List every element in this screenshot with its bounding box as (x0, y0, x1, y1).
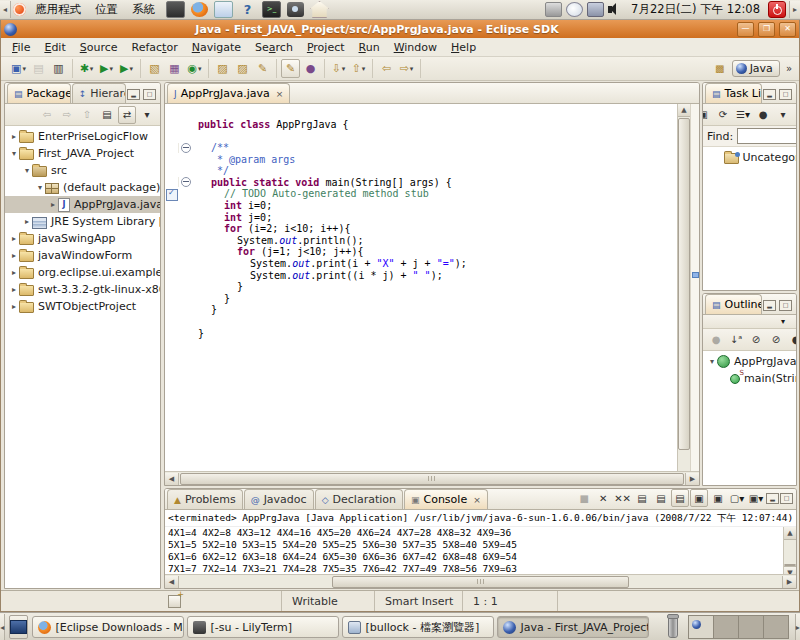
open-type-button[interactable]: ▨ (213, 59, 232, 78)
workspace-4[interactable] (764, 616, 788, 638)
code-line[interactable] (165, 130, 677, 142)
clock[interactable]: 7月22日(二) 下午 12:08 (625, 2, 766, 17)
last-edit-location-button[interactable]: ⇩▾ (329, 59, 348, 78)
code-line[interactable]: int i=0; (165, 200, 677, 212)
mark-occurrences-button[interactable]: ✎ (281, 59, 300, 78)
code-line[interactable]: System.out.print((i * j) + " "); (165, 269, 677, 281)
menu-project[interactable]: Project (300, 41, 352, 54)
project-item-org-eclipse-ui-examples-javaedit[interactable]: ▸org.eclipse.ui.examples.javaedit (5, 264, 160, 281)
maximize-button[interactable]: ❒ (758, 22, 775, 37)
tasklist-tab-task-list[interactable]: ▤Task List× (705, 83, 762, 103)
fold-collapse-icon[interactable] (181, 177, 191, 187)
editor-horizontal-scrollbar[interactable]: ◀ ▶ (165, 471, 699, 485)
run-external-tools-button[interactable]: ▶▾ (117, 59, 136, 78)
editor-hscroll-thumb[interactable] (180, 473, 684, 485)
editor-vscroll-thumb[interactable] (678, 118, 690, 450)
scroll-right-icon[interactable]: ▶ (685, 473, 699, 485)
title-bar[interactable]: Java - First_JAVA_Project/src/AppPrgJava… (1, 20, 799, 38)
minimize-view-icon[interactable]: ▂ (766, 493, 779, 504)
maximize-view-icon[interactable]: □ (143, 89, 156, 100)
code-line[interactable]: public class AppPrgJava { (165, 119, 677, 131)
new-wizard-button[interactable]: ▣▾ (9, 59, 28, 78)
project-item-src[interactable]: ▾src (5, 162, 160, 179)
search-tray-icon[interactable] (566, 2, 583, 17)
maximize-view-icon[interactable]: □ (780, 493, 793, 504)
home-icon[interactable] (310, 1, 329, 18)
menu-window[interactable]: Window (387, 41, 444, 54)
camera-icon[interactable] (287, 2, 304, 17)
project-item-swtobjectproject[interactable]: ▸SWTObjectProject (5, 298, 160, 315)
help-icon[interactable]: ? (239, 2, 256, 17)
code-line[interactable]: System.out.println(); (165, 235, 677, 247)
taskbar-window-filemgr[interactable]: [bullock - 檔案瀏覽器] (342, 616, 494, 638)
volume-icon[interactable] (607, 3, 623, 16)
project-item-swt-3-3-2-gtk-linux-x86[interactable]: ▸swt-3.3.2-gtk-linux-x86 (5, 281, 160, 298)
bottom-panel-hide-right-icon[interactable]: ▸ (795, 614, 800, 640)
console-hscroll-thumb[interactable] (332, 576, 629, 588)
remove-launch-button[interactable]: ✕ (594, 489, 612, 507)
open-resource-button[interactable]: ▨ (233, 59, 252, 78)
forward-button[interactable]: ⇨▾ (397, 59, 416, 78)
power-button[interactable] (768, 1, 786, 18)
display-selected-button[interactable]: ▢▾ (728, 489, 746, 507)
open-console-view-button[interactable]: ▣ (709, 489, 727, 507)
new-class-button[interactable]: ◉▾ (185, 59, 204, 78)
print-button[interactable]: ▥ (49, 59, 68, 78)
code-line[interactable]: public static void main(String[] args) { (165, 177, 677, 189)
gnome-menu-系統[interactable]: 系統 (125, 0, 162, 19)
expand-arrow-icon[interactable]: ▸ (9, 132, 19, 141)
hide-static-button[interactable]: ⊘ (767, 331, 785, 349)
expand-arrow-icon[interactable]: ▸ (9, 285, 19, 294)
maximize-view-icon[interactable]: □ (779, 300, 792, 311)
printer-tray-icon[interactable] (545, 2, 562, 17)
sort-button[interactable]: ↓ᵃ (727, 331, 745, 349)
go-up-button[interactable]: ⇧▾ (349, 59, 368, 78)
dropdown-arrow-icon[interactable]: ▾ (198, 65, 202, 73)
workspace-3[interactable] (739, 616, 764, 638)
network-tray-icon[interactable] (587, 2, 604, 17)
link-with-editor-button[interactable]: ⇄ (118, 106, 136, 124)
firefox-icon[interactable] (191, 2, 208, 17)
code-line[interactable]: int j=0; (165, 211, 677, 223)
expand-arrow-icon[interactable]: ▸ (48, 200, 58, 209)
toolbar-overflow-chevron[interactable]: » (783, 63, 795, 74)
expand-arrow-icon[interactable]: ▸ (9, 251, 19, 260)
code-line[interactable]: System.out.print(i + "X" + j + "="); (165, 258, 677, 270)
menu-file[interactable]: File (5, 41, 37, 54)
close-button[interactable]: ✕ (779, 22, 796, 37)
open-console-button[interactable]: ▣▾ (747, 489, 765, 507)
package-tab-hierarch[interactable]: ↕Hierarch (72, 83, 126, 103)
project-item-javaswingapp[interactable]: ▸javaSwingApp (5, 230, 160, 247)
project-item-appprgjava-java[interactable]: ▸AppPrgJava.java (5, 196, 160, 213)
close-tab-icon[interactable]: × (276, 89, 284, 99)
show-desktop-button[interactable] (9, 615, 28, 639)
package-tab-package[interactable]: ▤Package× (7, 83, 71, 103)
search-button[interactable]: ✎ (253, 59, 272, 78)
menu-edit[interactable]: Edit (37, 41, 72, 54)
view-menu-button[interactable]: ▾ (774, 106, 792, 124)
console-tab-declaration[interactable]: ◇Declaration (315, 489, 403, 509)
code-line[interactable]: * @param args (165, 153, 677, 165)
taskbar-window-firefox[interactable]: [Eclipse Downloads - Mozilla Fi... (32, 616, 184, 638)
back-button[interactable]: ⇦ (377, 59, 396, 78)
new-task-button[interactable]: ▣ (702, 106, 712, 124)
console-scroll-up-icon[interactable]: ▲ (784, 527, 796, 540)
console-tab-problems[interactable]: ▲Problems (167, 489, 243, 509)
console-tab-console[interactable]: ▣Console× (404, 489, 488, 509)
hide-fields-button[interactable]: ⊘ (747, 331, 765, 349)
console-scroll-left-icon[interactable]: ◀ (165, 576, 179, 588)
console-scroll-down-icon[interactable]: ▼ (784, 566, 796, 574)
scroll-left-icon[interactable]: ◀ (165, 473, 179, 485)
editor-tab-appprgjava.java[interactable]: JAppPrgJava.java× (167, 83, 290, 103)
taskbar-window-eclipse[interactable]: Java - First_JAVA_Project/src/A... (497, 616, 649, 638)
dropdown-arrow-icon[interactable]: ▾ (739, 493, 744, 504)
ubuntu-logo-icon[interactable] (13, 3, 26, 16)
clear-console-button[interactable]: ▤ (633, 489, 651, 507)
console-scroll-right-icon[interactable]: ▶ (782, 576, 796, 588)
screenshot-icon[interactable] (166, 1, 185, 18)
code-line[interactable]: for (j=1; j<10; j++){ (165, 246, 677, 258)
dropdown-arrow-icon[interactable]: ▾ (362, 65, 366, 73)
hide-non-public-button[interactable]: ● (787, 331, 797, 349)
expand-arrow-icon[interactable]: ▸ (9, 234, 19, 243)
dropdown-arrow-icon[interactable]: ▾ (129, 65, 133, 73)
